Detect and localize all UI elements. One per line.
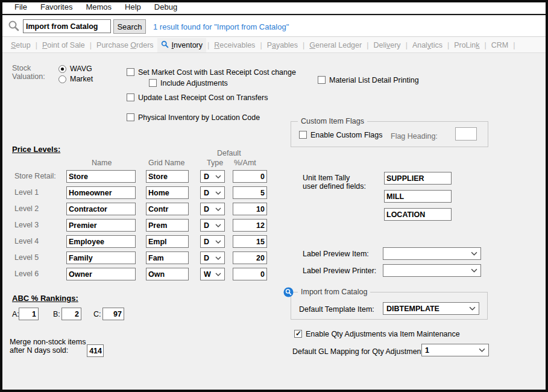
price-name-input[interactable] bbox=[66, 235, 136, 248]
menu-help[interactable]: Help bbox=[118, 2, 148, 11]
price-levels-amt-header: %/Amt bbox=[234, 159, 256, 167]
physical-inventory-label: Physical Inventory by Location Code bbox=[138, 113, 260, 122]
price-type-dropdown[interactable]: D bbox=[200, 235, 225, 248]
price-grid-input[interactable] bbox=[146, 186, 189, 199]
stock-valuation-label-line2: Valuation: bbox=[12, 72, 45, 81]
price-grid-input[interactable] bbox=[146, 251, 189, 264]
menu-file[interactable]: File bbox=[8, 2, 34, 11]
search-match-badge-icon bbox=[283, 287, 294, 299]
tab-separator bbox=[512, 41, 516, 49]
abc-a-input[interactable] bbox=[19, 308, 39, 320]
menu-debug[interactable]: Debug bbox=[148, 2, 184, 11]
material-list-checkbox[interactable] bbox=[318, 76, 326, 84]
radio-market[interactable] bbox=[58, 75, 66, 83]
tab-purchase-orders[interactable]: Purchase Orders bbox=[93, 39, 157, 52]
default-template-item-dropdown[interactable]: DIBTEMPLATE bbox=[383, 302, 479, 315]
price-name-input[interactable] bbox=[66, 219, 136, 232]
update-last-receipt-label: Update Last Receipt Cost on Transfers bbox=[138, 93, 268, 102]
price-name-input[interactable] bbox=[66, 203, 136, 215]
enable-qty-adjustments-checkbox[interactable] bbox=[294, 330, 302, 338]
tab-separator bbox=[446, 41, 450, 49]
price-type-dropdown[interactable]: D bbox=[200, 251, 225, 264]
price-amt-input[interactable] bbox=[233, 170, 267, 183]
price-amt-input[interactable] bbox=[233, 235, 267, 248]
include-adjustments-checkbox[interactable] bbox=[149, 79, 157, 87]
price-row-label: Level 5 bbox=[14, 253, 39, 262]
tab-separator bbox=[365, 41, 370, 49]
label-preview-printer-dropdown[interactable] bbox=[383, 264, 481, 277]
price-levels-name-header: Name bbox=[92, 159, 112, 167]
tab-inventory[interactable]: Inventory bbox=[157, 38, 206, 52]
tab-separator bbox=[483, 41, 488, 49]
price-amt-input[interactable] bbox=[233, 186, 267, 199]
flag-heading-label: Flag Heading: bbox=[391, 132, 438, 141]
tab-prolink[interactable]: ProLink bbox=[450, 39, 483, 52]
price-name-input[interactable] bbox=[66, 268, 136, 280]
search-icon bbox=[8, 20, 20, 34]
abc-b-label: B: bbox=[53, 310, 60, 318]
import-catalog-group-label: Import from Catalog bbox=[298, 288, 370, 296]
tally-field-3-input[interactable] bbox=[384, 208, 452, 221]
radio-wavg[interactable] bbox=[58, 65, 66, 73]
tab-analytics[interactable]: Analytics bbox=[409, 39, 446, 52]
menu-favorites[interactable]: Favorites bbox=[34, 2, 79, 11]
merge-nonstock-input[interactable] bbox=[87, 344, 104, 357]
unit-item-tally-label-line1: Unit Item Tally bbox=[303, 174, 350, 182]
price-name-input[interactable] bbox=[66, 170, 136, 183]
gl-mapping-dropdown[interactable]: 1 bbox=[421, 344, 489, 356]
merge-nonstock-label-line1: Merge non-stock items bbox=[10, 338, 86, 346]
radio-wavg-label[interactable]: WAVG bbox=[70, 65, 92, 73]
unit-item-tally-label-line2: user defined fields: bbox=[303, 182, 366, 191]
tab-point-of-sale[interactable]: Point of Sale bbox=[39, 39, 89, 52]
label-preview-item-label: Label Preview Item: bbox=[303, 250, 369, 258]
price-grid-input[interactable] bbox=[146, 235, 189, 248]
price-amt-input[interactable] bbox=[233, 203, 267, 215]
abc-rankings-title: ABC % Rankings: bbox=[12, 294, 78, 303]
radio-market-label[interactable]: Market bbox=[70, 75, 93, 83]
tab-delivery[interactable]: Delivery bbox=[370, 39, 404, 52]
abc-c-label: C: bbox=[93, 310, 101, 318]
abc-c-input[interactable] bbox=[102, 308, 124, 320]
price-grid-input[interactable] bbox=[146, 219, 189, 232]
price-levels-title: Price Levels: bbox=[12, 145, 60, 154]
price-levels-default-header: Default bbox=[217, 149, 241, 157]
abc-b-input[interactable] bbox=[61, 308, 81, 320]
price-row-label: Level 6 bbox=[14, 270, 39, 278]
tab-payables[interactable]: Payables bbox=[263, 39, 301, 52]
tally-field-1-input[interactable] bbox=[384, 172, 452, 185]
tab-separator bbox=[89, 41, 93, 49]
search-input[interactable] bbox=[23, 19, 111, 33]
tally-field-2-input[interactable] bbox=[384, 190, 452, 203]
tab-general-ledger[interactable]: General Ledger bbox=[306, 39, 365, 52]
flag-heading-input[interactable] bbox=[455, 127, 477, 141]
price-name-input[interactable] bbox=[66, 186, 136, 199]
menu-memos[interactable]: Memos bbox=[79, 2, 118, 11]
label-preview-item-dropdown[interactable] bbox=[383, 247, 481, 260]
enable-custom-flags-checkbox[interactable] bbox=[299, 131, 307, 139]
price-grid-input[interactable] bbox=[146, 268, 189, 280]
price-amt-input[interactable] bbox=[233, 219, 267, 232]
price-type-dropdown[interactable]: W bbox=[200, 268, 225, 280]
tab-search-match-icon bbox=[161, 40, 169, 50]
set-market-cost-checkbox[interactable] bbox=[127, 68, 134, 76]
physical-inventory-checkbox[interactable] bbox=[127, 113, 134, 121]
price-type-dropdown[interactable]: D bbox=[200, 203, 225, 215]
tab-setup[interactable]: Setup bbox=[7, 39, 34, 52]
material-list-label: Material List Detail Printing bbox=[329, 76, 419, 84]
price-levels-grid-header: Grid Name bbox=[148, 159, 184, 167]
tab-separator bbox=[405, 41, 409, 49]
tab-crm[interactable]: CRM bbox=[488, 39, 512, 52]
price-amt-input[interactable] bbox=[233, 251, 267, 264]
price-name-input[interactable] bbox=[66, 251, 136, 264]
tab-receivables[interactable]: Receivables bbox=[210, 39, 259, 52]
price-type-dropdown[interactable]: D bbox=[200, 170, 225, 183]
price-row-label: Store Retail: bbox=[14, 172, 56, 180]
price-grid-input[interactable] bbox=[146, 203, 189, 215]
search-button[interactable]: Search bbox=[113, 19, 146, 34]
price-grid-input[interactable] bbox=[146, 170, 189, 183]
price-type-dropdown[interactable]: D bbox=[200, 219, 225, 232]
price-amt-input[interactable] bbox=[233, 268, 267, 280]
tab-separator bbox=[259, 41, 263, 49]
update-last-receipt-checkbox[interactable] bbox=[127, 93, 134, 101]
price-type-dropdown[interactable]: D bbox=[200, 186, 225, 199]
